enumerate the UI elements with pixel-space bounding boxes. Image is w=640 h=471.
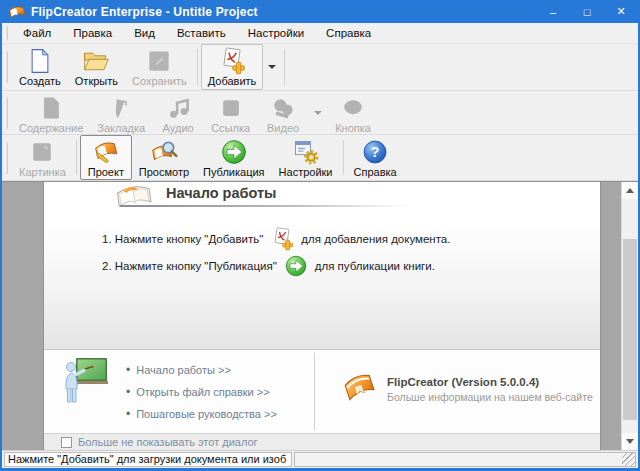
title-bar[interactable]: FlipCreator Enterprise - Untitle Project… xyxy=(2,0,638,23)
flipcreator-book-icon xyxy=(341,371,379,411)
project-button[interactable]: Проект xyxy=(80,135,132,180)
dont-show-label: Больше не показывать этот диалог xyxy=(78,436,258,448)
video-dropdown-arrow-icon[interactable] xyxy=(314,111,322,115)
picture-button[interactable]: Картинка xyxy=(12,135,73,180)
link-icon xyxy=(216,94,246,122)
add-dropdown-arrow-icon[interactable] xyxy=(268,65,276,69)
add-button[interactable]: Добавить xyxy=(201,44,264,90)
step-text: для добавления документа. xyxy=(301,233,450,245)
section-title: Начало работы xyxy=(166,185,276,201)
link-button[interactable]: Ссылка xyxy=(204,91,257,134)
publish-label: Публикация xyxy=(203,166,264,178)
button-icon xyxy=(338,94,368,122)
bullet-icon: • xyxy=(126,407,130,421)
svg-text:?: ? xyxy=(371,144,380,160)
menu-view[interactable]: Вид xyxy=(123,23,166,43)
preview-label: Просмотр xyxy=(139,166,189,178)
project-label: Проект xyxy=(88,166,124,178)
contents-button[interactable]: Содержание xyxy=(12,91,90,134)
link-getting-started[interactable]: • Начало работы >> xyxy=(126,359,277,381)
about-subtitle[interactable]: Больше информации на нашем веб-сайте xyxy=(387,391,593,403)
scrollbar-thumb[interactable] xyxy=(623,239,637,420)
video-button[interactable]: Видео xyxy=(257,91,309,134)
preview-book-icon xyxy=(149,138,179,166)
new-document-icon xyxy=(25,47,55,75)
contents-icon xyxy=(36,94,66,122)
content-area: Начало работы 1. Нажмите кнопку "Добавит… xyxy=(2,181,638,450)
open-button[interactable]: Открыть xyxy=(68,44,125,90)
preview-button[interactable]: Просмотр xyxy=(132,135,196,180)
link-label: Ссылка xyxy=(211,122,250,134)
picture-icon xyxy=(27,138,57,166)
status-message: Нажмите "Добавить" для загрузки документ… xyxy=(4,452,292,467)
contents-label: Содержание xyxy=(19,122,83,134)
step-text: 1. Нажмите кнопку "Добавить" xyxy=(102,233,263,245)
toolbar-grip[interactable] xyxy=(5,51,8,83)
dont-show-checkbox[interactable] xyxy=(61,437,72,448)
toolbar-insert: Содержание Закладка Аудио Ссылка Видео xyxy=(2,91,638,135)
link-step-guides[interactable]: • Пошаговые руководства >> xyxy=(126,403,277,425)
bookmark-icon xyxy=(106,94,136,122)
menu-insert[interactable]: Вставить xyxy=(166,23,237,43)
toolbar-grip[interactable] xyxy=(5,142,8,174)
help-label: Справка xyxy=(354,166,397,178)
menu-bar: Файл Правка Вид Вставить Настройки Справ… xyxy=(2,23,638,44)
toolbar-separator xyxy=(284,49,285,85)
add-label: Добавить xyxy=(208,75,257,87)
step-text: для публикации книги. xyxy=(315,260,435,272)
toolbar-grip[interactable] xyxy=(5,97,8,129)
bookmark-label: Закладка xyxy=(97,122,145,134)
about-text: FlipCreator (Version 5.0.0.4) Больше инф… xyxy=(387,376,593,403)
toolbar-views: Картинка Проект Просмотр xyxy=(2,135,638,181)
status-bar: Нажмите "Добавить" для загрузки документ… xyxy=(2,450,638,468)
help-question-icon: ? xyxy=(360,138,390,166)
menu-settings[interactable]: Настройки xyxy=(237,23,315,43)
close-button[interactable]: ✕ xyxy=(604,0,638,23)
toolbar-main: Создать Открыть Сохранить Добавить xyxy=(2,44,638,91)
settings-label: Настройки xyxy=(279,166,333,178)
button-button[interactable]: Кнопка xyxy=(327,91,379,134)
link-open-help-file[interactable]: • Открыть файл справки >> xyxy=(126,381,277,403)
toolbar-separator xyxy=(343,140,344,175)
app-logo-icon xyxy=(9,5,25,19)
resize-grip-icon[interactable] xyxy=(622,453,635,466)
menubar-grip[interactable] xyxy=(5,26,8,40)
link-label: Открыть файл справки >> xyxy=(136,386,269,398)
audio-label: Аудио xyxy=(163,122,194,134)
settings-button[interactable]: Настройки xyxy=(272,135,340,180)
teacher-board-icon xyxy=(61,355,109,409)
scroll-down-button[interactable] xyxy=(622,433,638,450)
add-pdf-icon xyxy=(269,227,295,251)
publish-button[interactable]: Публикация xyxy=(196,135,271,180)
minimize-button[interactable]: – xyxy=(536,0,570,23)
links-list: • Начало работы >> • Открыть файл справк… xyxy=(126,359,277,425)
create-button[interactable]: Создать xyxy=(12,44,68,90)
menu-file[interactable]: Файл xyxy=(12,23,62,43)
help-button[interactable]: ? Справка xyxy=(347,135,404,180)
title-underline xyxy=(120,205,410,207)
toolbar-separator xyxy=(76,140,77,175)
audio-button[interactable]: Аудио xyxy=(152,91,204,134)
video-icon xyxy=(268,94,298,122)
picture-label: Картинка xyxy=(19,166,66,178)
project-book-icon xyxy=(91,138,121,166)
step-text: 2. Нажмите кнопку "Публикация" xyxy=(102,260,277,272)
about-column: FlipCreator (Version 5.0.0.4) Больше инф… xyxy=(315,350,600,433)
links-column: • Начало работы >> • Открыть файл справк… xyxy=(44,350,314,433)
bookmark-button[interactable]: Закладка xyxy=(90,91,152,134)
menu-help[interactable]: Справка xyxy=(315,23,382,43)
scroll-up-button[interactable] xyxy=(622,182,638,199)
status-spacer xyxy=(294,452,636,467)
step-publish-book: 2. Нажмите кнопку "Публикация" для публи… xyxy=(102,252,450,279)
audio-icon xyxy=(163,94,193,122)
about-title: FlipCreator (Version 5.0.0.4) xyxy=(387,376,593,388)
publish-arrow-icon xyxy=(219,138,249,166)
vertical-scrollbar[interactable] xyxy=(621,182,638,450)
link-label: Пошаговые руководства >> xyxy=(136,408,277,420)
maximize-button[interactable]: □ xyxy=(570,0,604,23)
menu-edit[interactable]: Правка xyxy=(62,23,123,43)
open-label: Открыть xyxy=(75,75,118,87)
create-label: Создать xyxy=(19,75,61,87)
save-icon xyxy=(144,47,174,75)
save-button[interactable]: Сохранить xyxy=(125,44,194,90)
